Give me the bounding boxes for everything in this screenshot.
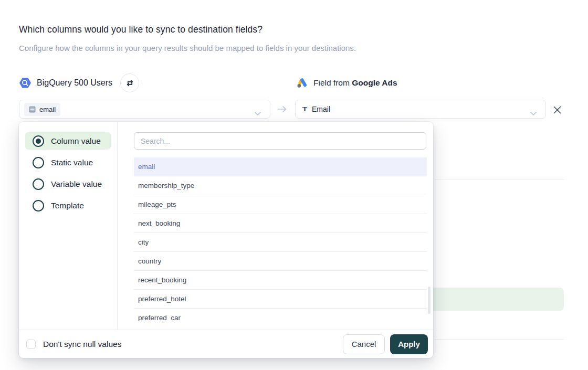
column-picker-popover: Column valueStatic valueVariable valueTe… (19, 122, 433, 358)
value-type-list: Column valueStatic valueVariable valueTe… (19, 122, 118, 330)
value-type-option[interactable]: Variable value (25, 175, 111, 193)
page-subtitle: Configure how the columns in your query … (19, 44, 356, 52)
list-scrollbar-thumb[interactable] (428, 287, 430, 314)
radio-checked-icon[interactable] (33, 135, 44, 147)
swap-mapping-button[interactable] (120, 73, 139, 92)
remove-mapping-button[interactable] (553, 105, 563, 114)
destination-field-label: Field from Google Ads (313, 78, 397, 88)
table-column-icon (29, 106, 36, 113)
column-option[interactable]: preferred_car (134, 309, 427, 321)
value-type-label: Static value (51, 158, 93, 167)
value-type-option[interactable]: Template (25, 197, 111, 214)
source-column-value: email (39, 105, 56, 113)
column-option[interactable]: recent_booking (134, 271, 427, 290)
swap-icon (125, 79, 134, 88)
destination-field-select[interactable]: T Email (295, 100, 546, 119)
value-type-label: Template (51, 201, 84, 210)
cancel-button[interactable]: Cancel (343, 334, 385, 354)
apply-button[interactable]: Apply (390, 334, 428, 354)
destination-column-header: Field from Google Ads (297, 73, 397, 92)
value-type-label: Variable value (51, 179, 102, 189)
value-type-option[interactable]: Static value (25, 154, 111, 171)
destination-name: Google Ads (352, 78, 397, 87)
background-row-divider (435, 339, 564, 340)
destination-field-value: Email (312, 105, 330, 113)
source-column-header: BigQuery 500 Users (19, 73, 139, 92)
radio-icon[interactable] (33, 157, 44, 168)
column-option[interactable]: membership_type (134, 176, 427, 195)
page-title: Which columns would you like to sync to … (19, 24, 262, 35)
close-icon (553, 106, 563, 114)
radio-icon[interactable] (33, 200, 44, 212)
text-type-icon: T (302, 105, 307, 113)
bigquery-icon (19, 77, 32, 89)
source-column-select[interactable]: email (19, 100, 270, 119)
source-column-chip: email (24, 103, 60, 116)
background-row-divider (435, 179, 564, 180)
column-option[interactable]: country (134, 252, 427, 271)
column-option[interactable]: email (134, 157, 427, 176)
chevron-down-icon (530, 108, 537, 118)
arrow-right-icon (277, 105, 287, 115)
google-ads-icon (297, 77, 308, 89)
column-option[interactable]: city (134, 233, 427, 252)
dont-sync-null-checkbox[interactable] (26, 340, 36, 349)
dont-sync-null-label: Don't sync null values (43, 340, 121, 349)
popover-footer: Don't sync null values Cancel Apply (19, 330, 433, 358)
background-highlight-row (415, 288, 564, 311)
radio-icon[interactable] (33, 178, 44, 190)
column-list: emailmembership_typemileage_ptsnext_book… (134, 157, 427, 321)
value-type-label: Column value (51, 136, 101, 146)
column-option[interactable]: next_booking (134, 214, 427, 233)
sync-field-mapping-screen: Which columns would you like to sync to … (0, 0, 588, 370)
search-input[interactable] (134, 132, 426, 150)
source-model-name: BigQuery 500 Users (37, 78, 112, 88)
chevron-down-icon (255, 108, 261, 118)
column-option[interactable]: mileage_pts (134, 195, 427, 214)
column-option[interactable]: preferred_hotel (134, 290, 427, 309)
value-type-option[interactable]: Column value (25, 132, 111, 150)
